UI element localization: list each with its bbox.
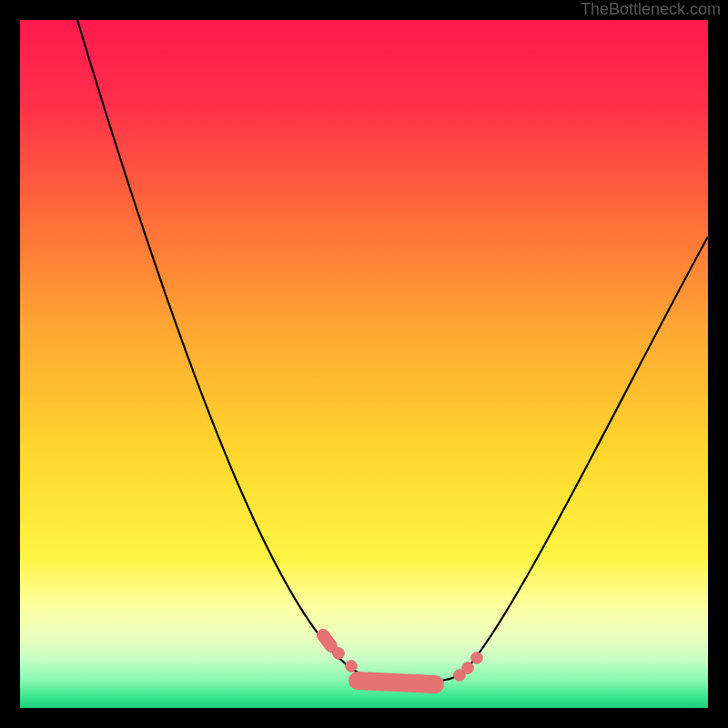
marker-dot [462, 662, 474, 674]
attribution-text: TheBottleneck.com [581, 0, 721, 18]
marker-dot [471, 652, 483, 664]
marker-dot [333, 648, 345, 660]
marker-dot [346, 661, 358, 672]
marker-capsule [323, 635, 331, 646]
marker-capsule [358, 681, 435, 684]
plot-area [20, 20, 708, 708]
bottleneck-chart: TheBottleneck.com [0, 0, 728, 728]
